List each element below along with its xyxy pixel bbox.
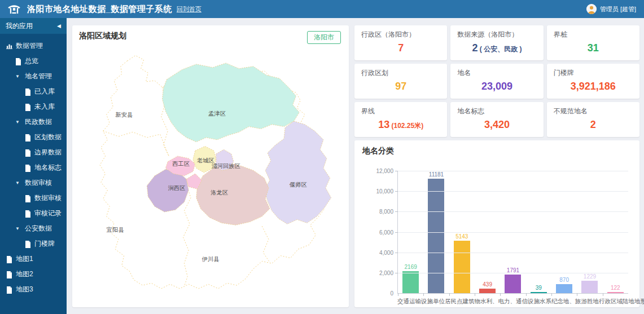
y-axis-tick-label: 12,000 xyxy=(364,168,393,174)
file-icon xyxy=(6,286,12,293)
stat-card: 界线13 (102.25米) xyxy=(354,102,447,137)
x-axis-category-label: 单位 xyxy=(433,298,445,306)
bar xyxy=(505,275,521,293)
stat-card-label: 数据来源（洛阳市） xyxy=(457,30,536,39)
file-icon xyxy=(6,271,12,278)
sidebar-item-地名标志[interactable]: 地名标志 xyxy=(0,160,67,175)
stat-card: 数据来源（洛阳市）2 ( 公安、民政 ) xyxy=(450,25,543,60)
file-icon xyxy=(6,256,12,263)
gridline xyxy=(398,191,628,192)
sidebar-item-公安数据[interactable]: ▼公安数据 xyxy=(0,221,67,236)
bar xyxy=(428,179,444,293)
district-yanshi[interactable] xyxy=(264,121,331,224)
sidebar-item-区划数据[interactable]: 区划数据 xyxy=(0,130,67,145)
stat-card-value: 31 xyxy=(554,42,633,54)
sidebar-item-label: 地图3 xyxy=(16,285,33,294)
sidebar-item-label: 未入库 xyxy=(34,102,55,112)
y-axis-tick-label: 0 xyxy=(364,290,393,297)
stat-card: 地名标志3,420 xyxy=(450,102,543,137)
sidebar-item-审核记录[interactable]: 审核记录 xyxy=(0,206,67,221)
app-title: 洛阳市地名地址数据_数据管理子系统 xyxy=(27,4,172,15)
sidebar-item-总览[interactable]: 总览 xyxy=(0,54,67,69)
gridline xyxy=(398,211,628,212)
sidebar-item-label: 地名管理 xyxy=(25,72,52,81)
sidebar-item-已入库[interactable]: 已入库 xyxy=(0,84,67,99)
file-icon xyxy=(25,195,31,202)
sidebar-item-未入库[interactable]: 未入库 xyxy=(0,99,67,114)
sidebar-menu: 数据管理总览▼地名管理已入库未入库▼民政数据区划数据边界数据地名标志▼数据审核数… xyxy=(0,34,67,297)
stat-card-value: 2 xyxy=(554,119,633,131)
x-axis-category-label: 居民点 xyxy=(445,298,463,306)
city-badge[interactable]: 洛阳市 xyxy=(307,31,341,44)
user-menu[interactable]: 管理员 [超管] xyxy=(586,4,644,14)
sidebar-item-地名管理[interactable]: ▼地名管理 xyxy=(0,69,67,84)
y-axis-tick-label: 6,000 xyxy=(364,229,393,236)
sidebar-item-label: 区划数据 xyxy=(34,132,62,142)
stat-card: 界桩31 xyxy=(547,25,639,60)
gridline xyxy=(398,253,628,253)
stat-card-value: 23,009 xyxy=(457,81,536,92)
sidebar-item-label: 地图1 xyxy=(16,254,33,264)
y-axis-tick-label: 8,000 xyxy=(364,209,393,215)
county-separator xyxy=(262,226,270,262)
sidebar-item-民政数据[interactable]: ▼民政数据 xyxy=(0,114,67,130)
sidebar-item-地图3[interactable]: 地图3 xyxy=(0,282,67,297)
bar-chart-plot: 21691118151434391791398701229122 12,0001… xyxy=(397,171,628,294)
sidebar-item-label: 民政数据 xyxy=(25,117,52,127)
sidebar-item-数据审核[interactable]: ▼数据审核 xyxy=(0,175,67,191)
stat-card: 门楼牌3,921,186 xyxy=(547,64,639,99)
stat-card: 地名23,009 xyxy=(450,64,543,99)
stat-card-value: 3,420 xyxy=(457,119,536,131)
gridline xyxy=(398,232,628,233)
bar-value-label: 5143 xyxy=(455,233,468,240)
bar xyxy=(402,271,419,293)
bar-value-label: 11181 xyxy=(429,171,444,178)
district-label-偃师区: 偃师区 xyxy=(289,182,307,188)
district-label-西工区: 西工区 xyxy=(172,161,190,167)
district-label-宜阳县: 宜阳县 xyxy=(107,227,124,233)
district-luolong[interactable] xyxy=(196,163,270,225)
district-label-涧西区: 涧西区 xyxy=(168,185,186,191)
stat-card-value: 2 ( 公安、民政 ) xyxy=(457,42,536,54)
file-icon xyxy=(25,134,31,141)
district-label-老城区: 老城区 xyxy=(197,157,214,163)
sidebar-item-地图1[interactable]: 地图1 xyxy=(0,251,67,267)
file-icon xyxy=(25,241,31,247)
y-axis-tick-label: 4,000 xyxy=(364,250,393,256)
gridline xyxy=(398,171,628,171)
caret-down-icon: ▼ xyxy=(15,74,21,79)
x-axis-category-label: 建筑物 xyxy=(463,298,481,306)
sidebar-item-label: 数据审核 xyxy=(34,193,62,203)
chart-title: 地名分类 xyxy=(362,146,632,156)
bar-value-label: 1229 xyxy=(584,273,596,280)
sidebar-item-数据管理[interactable]: 数据管理 xyxy=(0,38,67,54)
sidebar-header-label: 我的应用 xyxy=(6,21,33,31)
map-panel-title: 洛阳区域规划 xyxy=(79,31,342,41)
stat-card: 不规范地名2 xyxy=(547,102,639,137)
sidebar-item-边界数据[interactable]: 边界数据 xyxy=(0,145,67,160)
district-label-洛龙区: 洛龙区 xyxy=(211,189,228,196)
sidebar-item-门楼牌[interactable]: 门楼牌 xyxy=(0,236,67,251)
stat-cards: 行政区（洛阳市）7数据来源（洛阳市）2 ( 公安、民政 )界桩31行政区划97地… xyxy=(354,25,639,137)
file-icon xyxy=(25,210,31,217)
stat-card-label: 不规范地名 xyxy=(554,107,633,116)
file-icon xyxy=(25,165,31,171)
district-mengjin[interactable] xyxy=(163,63,300,142)
stat-card-label: 地名 xyxy=(457,68,536,78)
collapse-sidebar-icon[interactable]: ◀ xyxy=(57,23,61,29)
bar-value-label: 39 xyxy=(536,285,542,291)
sidebar-item-label: 审核记录 xyxy=(34,209,62,218)
file-icon xyxy=(15,58,21,65)
chart-icon xyxy=(6,43,12,50)
user-avatar xyxy=(586,4,597,14)
sidebar-item-label: 地名标志 xyxy=(34,163,62,173)
home-link[interactable]: 回到首页 xyxy=(177,5,201,14)
stat-card-label: 门楼牌 xyxy=(554,68,633,78)
bar xyxy=(454,241,470,293)
top-header: 洛阳市地名地址数据_数据管理子系统 回到首页 管理员 [超管] xyxy=(0,0,644,18)
stat-card-label: 界线 xyxy=(361,107,440,116)
sidebar-item-数据审核[interactable]: 数据审核 xyxy=(0,191,67,206)
stat-card: 行政区（洛阳市）7 xyxy=(354,25,447,60)
sidebar-item-地图2[interactable]: 地图2 xyxy=(0,267,67,282)
region-map[interactable]: 新安县孟津区西工区老城区瀍河回族区涧西区洛龙区偃师区宜阳县伊川县 xyxy=(79,45,342,305)
